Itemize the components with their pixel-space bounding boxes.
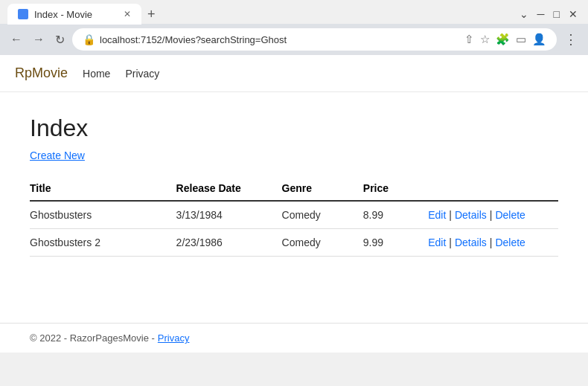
page-title: Index [30,115,558,142]
tab-close-icon[interactable]: ✕ [124,9,131,19]
details-link[interactable]: Details [455,209,487,221]
cell-price: 9.99 [363,229,428,257]
separator-2: | [490,237,493,248]
separator-1: | [449,209,452,221]
main-content: Index Create New Title Release Date Genr… [0,92,588,323]
nav-home[interactable]: Home [83,68,110,80]
reload-button[interactable]: ↻ [52,31,68,48]
col-header-release-date: Release Date [176,176,282,201]
separator-2: | [490,209,493,221]
minimize-button[interactable]: ─ [537,8,545,20]
cell-actions: Edit | Details | Delete [428,201,558,229]
star-icon[interactable]: ☆ [480,33,490,46]
address-bar[interactable]: 🔒 localhost:7152/Movies?searchString=Gho… [72,28,557,51]
edit-link[interactable]: Edit [428,237,446,248]
col-header-actions [428,176,558,201]
browser-chrome: Index - Movie ✕ + ⌄ ─ □ ✕ ← → ↻ 🔒 localh… [0,0,588,55]
col-header-price: Price [363,176,428,201]
page-footer: © 2022 - RazorPagesMovie - Privacy [0,323,588,353]
movies-table: Title Release Date Genre Price Ghostbust… [30,176,558,257]
new-tab-button[interactable]: + [141,7,162,22]
cell-title: Ghostbusters [30,201,176,229]
table-header-row: Title Release Date Genre Price [30,176,558,201]
separator-1: | [449,237,452,248]
footer-copyright: © 2022 - RazorPagesMovie - [30,332,155,344]
cell-genre: Comedy [282,201,363,229]
chevron-icon: ⌄ [520,8,528,20]
back-button[interactable]: ← [7,31,25,48]
profile-icon[interactable]: 👤 [532,33,546,46]
table-row: Ghostbusters 2 2/23/1986 Comedy 9.99 Edi… [30,229,558,257]
tab-favicon [18,9,28,19]
sidebar-icon[interactable]: ▭ [516,33,526,46]
cell-actions: Edit | Details | Delete [428,229,558,257]
cell-title: Ghostbusters 2 [30,229,176,257]
col-header-title: Title [30,176,176,201]
forward-button[interactable]: → [30,31,48,48]
url-display: localhost:7152/Movies?searchString=Ghost [100,34,464,45]
navbar: RpMovie Home Privacy [0,55,588,92]
lock-icon: 🔒 [83,33,95,45]
share-icon[interactable]: ⇧ [464,33,474,46]
details-link[interactable]: Details [455,237,487,248]
close-button[interactable]: ✕ [569,8,578,20]
edit-link[interactable]: Edit [428,209,446,221]
footer-privacy-link[interactable]: Privacy [158,332,190,344]
brand-logo[interactable]: RpMovie [15,65,68,81]
tab-title: Index - Movie [34,9,92,20]
extension-icon[interactable]: 🧩 [496,33,510,46]
cell-price: 8.99 [363,201,428,229]
cell-genre: Comedy [282,229,363,257]
title-bar: Index - Movie ✕ + ⌄ ─ □ ✕ [0,0,588,24]
title-bar-left: Index - Movie ✕ + [7,4,162,25]
table-row: Ghostbusters 3/13/1984 Comedy 8.99 Edit … [30,201,558,229]
maximize-button[interactable]: □ [554,8,560,20]
cell-release-date: 3/13/1984 [176,201,282,229]
nav-privacy[interactable]: Privacy [125,68,159,80]
col-header-genre: Genre [282,176,363,201]
address-bar-icons: ⇧ ☆ 🧩 ▭ 👤 [464,33,546,46]
address-bar-row: ← → ↻ 🔒 localhost:7152/Movies?searchStri… [0,24,588,55]
delete-link[interactable]: Delete [495,237,525,248]
window-controls: ⌄ ─ □ ✕ [520,8,581,20]
create-new-link[interactable]: Create New [30,149,85,161]
page-wrapper: RpMovie Home Privacy Index Create New Ti… [0,55,588,353]
menu-icon[interactable]: ⋮ [561,31,581,48]
browser-tab[interactable]: Index - Movie ✕ [7,4,141,25]
delete-link[interactable]: Delete [495,209,525,221]
cell-release-date: 2/23/1986 [176,229,282,257]
